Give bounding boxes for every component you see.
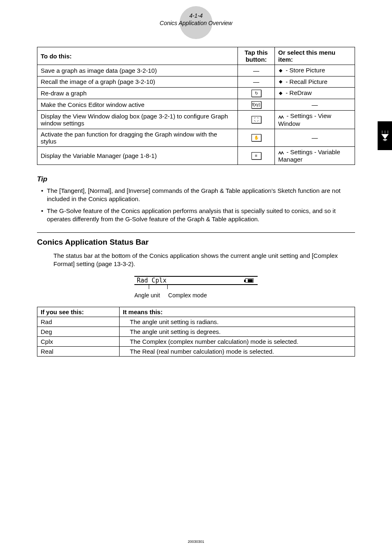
svg-rect-5 [279,69,282,72]
settings-icon [278,113,284,120]
table-row: Re-draw a graph↻ - ReDraw [37,88,355,99]
col-todo: To do this: [37,47,238,65]
table-row: RadThe angle unit setting is radians. [37,317,355,327]
diamond-icon [278,79,283,86]
menu-cell: - Settings - Variable Manager [275,146,355,165]
page-subtitle: Conics Application Overview [37,20,355,26]
col-tap: Tap this button: [238,47,275,65]
table-row: Activate the pan function for dragging t… [37,129,355,146]
col-see: If you see this: [37,307,120,317]
toolbar-button-icon: ↻ [251,90,261,97]
menu-cell: - Store Picture [275,65,355,76]
footer-number: 20030301 [188,540,204,544]
todo-cell: Recall the image of a graph (page 3-2-10… [37,76,238,88]
svg-rect-7 [279,92,282,95]
svg-rect-6 [279,80,282,83]
menu-cell: - Recall Picture [275,76,355,88]
settings-icon [278,149,284,156]
page-header: 4-1-4 Conics Application Overview [37,12,355,26]
see-cell: Real [37,346,120,356]
angle-unit-label: Angle unit [134,292,160,299]
means-cell: The Complex (complex number calculation)… [120,336,355,346]
table-row: Save a graph as image data (page 3-2-10)… [37,65,355,76]
table-row: DegThe angle unit setting is degrees. [37,327,355,336]
button-cell: — [238,65,275,76]
see-cell: Cplx [37,336,120,346]
tip-item: The G-Solve feature of the Conics applic… [41,207,355,224]
tip-heading: Tip [37,175,355,183]
toolbar-button-icon: ✋ [251,134,261,141]
button-cell: ⛶ [238,111,275,129]
menu-cell: — [275,129,355,146]
button-cell: ✋ [238,129,275,146]
table-row: RealThe Real (real number calculation) m… [37,346,355,356]
means-cell: The angle unit setting is degrees. [120,327,355,336]
diamond-icon [278,67,283,74]
button-cell: ↻ [238,88,275,99]
table-row: CplxThe Complex (complex number calculat… [37,336,355,346]
means-cell: The angle unit setting is radians. [120,317,355,327]
complex-mode-label: Complex mode [168,292,207,299]
menu-cell: - Settings - View Window [275,111,355,129]
col-means: It means this: [120,307,355,317]
diamond-icon [278,90,283,97]
button-cell: — [238,76,275,88]
status-bar-box: Rad Cplx [134,276,258,285]
col-menu: Or select this menu item: [275,47,355,65]
status-bar-text: Rad Cplx [137,277,166,284]
todo-cell: Activate the pan function for dragging t… [37,129,238,146]
table-row: Display the View Window dialog box (page… [37,111,355,129]
section-paragraph: The status bar at the bottom of the Coni… [53,252,355,269]
page-number: 4-1-4 [37,12,355,19]
means-cell: The Real (real number calculation) mode … [120,346,355,356]
menu-cell: — [275,99,355,111]
table-row: Recall the image of a graph (page 3-2-10… [37,76,355,88]
side-tab-icon [378,121,392,150]
button-cell: f(xy) [238,99,275,111]
todo-cell: Display the Variable Manager (page 1-8-1… [37,146,238,165]
toolbar-button-icon: f(xy) [251,101,261,109]
section-divider [37,232,355,233]
todo-cell: Display the View Window dialog box (page… [37,111,238,129]
status-meanings-table: If you see this: It means this: RadThe a… [37,307,355,357]
table-row: Make the Conics Editor window activef(xy… [37,99,355,111]
toolbar-button-icon: ≡ [251,152,261,160]
status-bar-illustration: Rad Cplx Angle unit Complex mode [134,276,258,299]
tip-list: The [Tangent], [Normal], and [Inverse] c… [41,187,355,223]
table-row: Display the Variable Manager (page 1-8-1… [37,146,355,165]
menu-cell: - ReDraw [275,88,355,99]
tip-item: The [Tangent], [Normal], and [Inverse] c… [41,187,355,204]
todo-cell: Save a graph as image data (page 3-2-10) [37,65,238,76]
button-cell: ≡ [238,146,275,165]
see-cell: Rad [37,317,120,327]
battery-icon [245,278,254,283]
see-cell: Deg [37,327,120,336]
section-heading: Conics Application Status Bar [37,238,355,247]
todo-cell: Make the Conics Editor window active [37,99,238,111]
toolbar-button-icon: ⛶ [251,116,261,123]
operations-table: To do this: Tap this button: Or select t… [37,47,355,165]
todo-cell: Re-draw a graph [37,88,238,99]
